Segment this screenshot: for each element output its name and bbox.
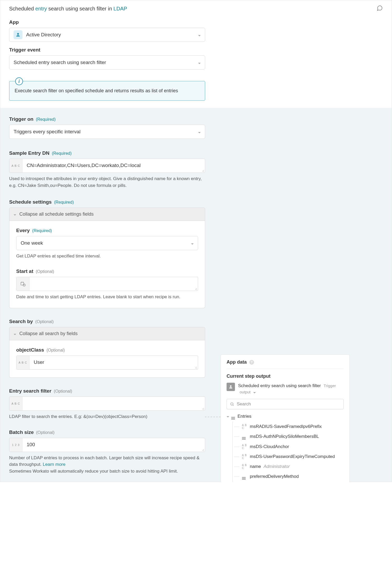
tree-item[interactable]: msRADIUS-SavedFramedIpv6Route xyxy=(234,482,344,482)
objectclass-value: User xyxy=(30,356,198,369)
every-value: One week xyxy=(21,240,43,246)
resize-handle[interactable] xyxy=(194,287,197,290)
sample-dn-value: CN=Administrator,CN=Users,DC=workato,DC=… xyxy=(22,159,205,173)
chevron-down-icon xyxy=(198,129,201,135)
entries-node[interactable]: Entries xyxy=(227,414,344,420)
objectclass-label: objectClass (Optional) xyxy=(16,347,198,353)
chevron-down-icon xyxy=(198,60,201,65)
tree-item-label: msDS-CloudAnchor xyxy=(250,444,289,449)
batch-value: 100 xyxy=(22,438,205,452)
optional-tag: (Optional) xyxy=(54,389,72,393)
title-text: Scheduled xyxy=(9,6,35,12)
search-placeholder: Search xyxy=(237,402,251,407)
svg-line-6 xyxy=(24,285,25,285)
chevron-down-icon xyxy=(191,240,194,246)
search-input[interactable]: Search xyxy=(227,399,344,409)
learn-more-link[interactable]: Learn more xyxy=(43,462,66,467)
chevron-down-icon xyxy=(253,391,256,394)
active-directory-icon xyxy=(227,383,235,391)
app-label: App xyxy=(9,19,383,25)
chevron-down-icon xyxy=(198,32,201,38)
tree-item[interactable]: preferredDeliveryMethod xyxy=(234,472,344,482)
trigger-on-value: Triggers every specific interval xyxy=(14,129,80,135)
search-by-panel: objectClass (Optional) A B C User xyxy=(9,340,205,378)
svg-point-8 xyxy=(231,403,233,405)
tree-item[interactable]: A B CmsRADIUS-SavedFramedIpv6Prefix xyxy=(234,422,344,432)
step-output-header[interactable]: Scheduled entry search using search filt… xyxy=(227,383,344,395)
chevron-down-icon xyxy=(14,331,16,336)
start-at-input[interactable] xyxy=(16,277,198,291)
tree-item-label: name xyxy=(250,464,261,469)
text-type-badge: A B C xyxy=(242,444,250,450)
batch-help: Number of LDAP entries to process in eac… xyxy=(9,455,205,475)
required-tag: (Required) xyxy=(52,151,72,156)
tree-item[interactable]: A B CnameAdministrator xyxy=(234,462,344,472)
info-text: Execute search filter on specified sched… xyxy=(15,88,178,93)
sample-dn-input[interactable]: A B C CN=Administrator,CN=Users,DC=worka… xyxy=(9,159,205,173)
info-icon: i xyxy=(15,77,23,85)
list-icon xyxy=(231,414,235,420)
svg-point-7 xyxy=(230,385,232,387)
required-tag: (Required) xyxy=(36,117,56,122)
every-help: Get LDAP entries at specified time inter… xyxy=(16,253,198,260)
every-select[interactable]: One week xyxy=(16,236,198,250)
tree-item[interactable]: A B CmsDS-UserPasswordExpiryTimeComputed xyxy=(234,452,344,462)
ldap-link[interactable]: LDAP xyxy=(113,6,127,12)
every-label: Every (Required) xyxy=(16,228,198,233)
optional-tag: (Optional) xyxy=(35,319,54,324)
connector-line xyxy=(205,417,221,417)
svg-rect-1 xyxy=(21,282,24,285)
active-directory-icon xyxy=(14,30,22,39)
entry-link[interactable]: entry xyxy=(35,6,47,12)
required-tag: (Required) xyxy=(54,200,74,204)
svg-line-9 xyxy=(233,405,234,406)
collapse-label: Collapse all schedule settings fields xyxy=(19,211,94,217)
app-select[interactable]: Active Directory xyxy=(9,28,205,42)
svg-point-0 xyxy=(17,33,19,35)
resize-handle[interactable] xyxy=(201,169,204,172)
step-sub: Trigger xyxy=(324,383,336,388)
step-name: Scheduled entry search using search filt… xyxy=(238,383,321,388)
info-box: i Execute search filter on specified sch… xyxy=(9,81,205,101)
tree-item[interactable]: msDS-AuthNPolicySiloMembersBL xyxy=(234,432,344,442)
trigger-event-select[interactable]: Scheduled entry search using search filt… xyxy=(9,55,205,70)
tree-item-label: preferredDeliveryMethod xyxy=(250,474,299,479)
optional-tag: (Optional) xyxy=(36,269,54,274)
resize-handle[interactable] xyxy=(194,366,197,369)
resize-handle[interactable] xyxy=(201,407,204,410)
search-by-label: Search by (Optional) xyxy=(9,319,383,324)
objectclass-input[interactable]: A B C User xyxy=(16,355,198,370)
collapse-label: Collapse all search by fields xyxy=(19,331,78,336)
schedule-collapse-bar[interactable]: Collapse all schedule settings fields xyxy=(9,208,205,221)
trigger-event-label: Trigger event xyxy=(9,47,383,53)
chevron-down-icon xyxy=(14,211,16,217)
text-type-badge: A B C xyxy=(9,159,22,173)
search-by-collapse-bar[interactable]: Collapse all search by fields xyxy=(9,327,205,340)
start-at-value xyxy=(30,277,198,291)
tree-item-label: msDS-AuthNPolicySiloMembersBL xyxy=(250,434,319,439)
tree-item-value: Administrator xyxy=(264,464,290,469)
tree-item[interactable]: A B CmsDS-CloudAnchor xyxy=(234,442,344,452)
resize-handle[interactable] xyxy=(201,448,204,451)
entry-filter-input[interactable]: A B C xyxy=(9,397,205,411)
page-title: Scheduled entry search using search filt… xyxy=(9,6,127,12)
step-sub: output xyxy=(240,390,251,394)
tree-item-label: msDS-UserPasswordExpiryTimeComputed xyxy=(250,454,335,459)
app-value: Active Directory xyxy=(26,32,61,38)
datetime-type-badge xyxy=(16,277,30,291)
current-step-output-label: Current step output xyxy=(227,374,344,379)
trigger-on-label: Trigger on (Required) xyxy=(9,116,383,122)
sample-dn-help: Used to introspect the attributes in you… xyxy=(9,175,205,189)
entry-filter-value xyxy=(22,397,205,410)
chevron-down-icon xyxy=(227,415,229,418)
start-at-help: Date and time to start getting LDAP entr… xyxy=(16,294,198,300)
comment-icon[interactable] xyxy=(377,5,383,13)
start-at-label: Start at (Optional) xyxy=(16,268,198,274)
batch-input[interactable]: 1 2 3 100 xyxy=(9,438,205,452)
search-icon xyxy=(230,402,234,406)
app-data-panel: App data ? Current step output Scheduled… xyxy=(221,354,350,482)
app-data-title: App data xyxy=(227,359,247,365)
help-icon[interactable]: ? xyxy=(249,360,254,365)
entry-filter-help: LDAP filter to search the entries. E.g: … xyxy=(9,413,205,420)
trigger-on-select[interactable]: Triggers every specific interval xyxy=(9,125,205,139)
